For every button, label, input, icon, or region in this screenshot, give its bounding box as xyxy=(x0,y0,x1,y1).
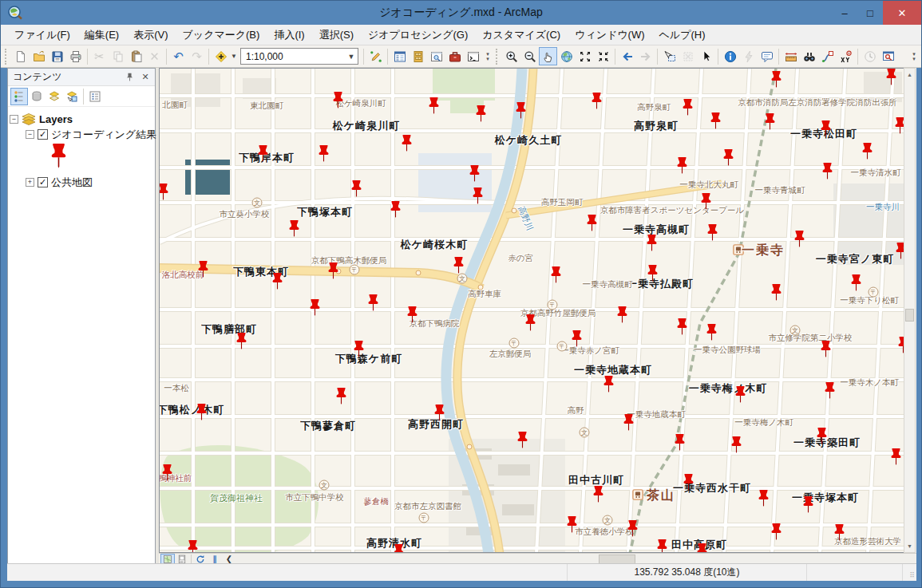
toolbar-grip[interactable] xyxy=(5,49,9,65)
tree-node-layers[interactable]: − Layers xyxy=(10,112,153,127)
menu-item-8[interactable]: ウィンドウ(W) xyxy=(568,26,651,45)
table-of-contents-button[interactable] xyxy=(390,47,409,65)
zoom-out-button[interactable] xyxy=(520,47,539,65)
map-scale-value: 1:10,000 xyxy=(246,51,283,62)
geocoded-pushpin xyxy=(593,486,603,503)
menu-item-4[interactable]: 挿入(I) xyxy=(267,26,311,45)
add-data-button[interactable] xyxy=(212,47,230,65)
menu-item-0[interactable]: ファイル(F) xyxy=(7,26,77,45)
close-button[interactable]: ✕ xyxy=(883,1,921,25)
layers-tree: − Layers − ✓ ジオコーディング結果 + ✓ 公共地図 xyxy=(8,107,155,564)
copy-button[interactable] xyxy=(109,47,127,65)
hyperlink-button[interactable] xyxy=(739,47,758,65)
expand-icon[interactable]: + xyxy=(26,178,34,187)
measure-button[interactable] xyxy=(782,47,800,65)
go-to-xy-button[interactable] xyxy=(837,47,855,65)
delete-icon: ✕ xyxy=(149,50,160,62)
back-icon xyxy=(621,50,634,63)
clear-selection-button[interactable] xyxy=(679,47,697,65)
map-label: 一乗寺公園野球場 xyxy=(694,345,761,356)
auto-hide-pin-icon[interactable] xyxy=(123,71,136,84)
select-elements-button[interactable] xyxy=(697,47,715,65)
html-popup-button[interactable] xyxy=(758,47,776,65)
scroll-down-icon[interactable]: ▼ xyxy=(904,540,915,552)
find-button[interactable] xyxy=(800,47,818,65)
menu-item-3[interactable]: ブックマーク(B) xyxy=(176,26,267,45)
open-button[interactable] xyxy=(30,47,48,65)
collapse-icon[interactable]: − xyxy=(10,115,18,124)
new-document-button[interactable] xyxy=(11,47,30,65)
map-viewport[interactable]: 松ケ崎泉川町松ケ崎久土町高野泉町一乗寺松田町下鴨岸本町下鴨塚本町松ケ崎桜木町一乗… xyxy=(159,68,904,553)
maximize-button[interactable]: □ xyxy=(857,1,883,25)
menu-item-6[interactable]: ジオプロセシング(G) xyxy=(361,26,475,45)
collapse-icon[interactable]: − xyxy=(26,130,34,139)
toolbar-overflow-button[interactable]: ▾▾ xyxy=(908,47,920,65)
layer-label[interactable]: 公共地図 xyxy=(51,176,93,190)
back-button[interactable] xyxy=(618,47,636,65)
zoom-in-button[interactable] xyxy=(502,47,520,65)
full-extent-button[interactable] xyxy=(557,47,576,65)
undo-button[interactable]: ↶ xyxy=(169,47,188,65)
menu-item-5[interactable]: 選択(S) xyxy=(312,26,361,45)
redo-button[interactable]: ↷ xyxy=(188,47,206,65)
catalog-button[interactable] xyxy=(409,47,427,65)
map-label: 一乗寺宮ノ東町 xyxy=(816,252,894,266)
vertical-scrollbar[interactable]: ▲ ▼ xyxy=(904,68,916,553)
layer-label[interactable]: ジオコーディング結果 xyxy=(51,128,156,142)
options-icon xyxy=(89,90,101,103)
save-button[interactable] xyxy=(48,47,66,65)
menu-item-9[interactable]: ヘルプ(H) xyxy=(652,26,713,45)
layer-visibility-checkbox[interactable]: ✓ xyxy=(38,129,48,140)
find-icon xyxy=(803,50,816,63)
menu-item-1[interactable]: 編集(E) xyxy=(77,26,126,45)
pan-button[interactable] xyxy=(539,47,557,65)
viewer-window-button[interactable] xyxy=(879,47,897,65)
forward-button[interactable] xyxy=(636,47,655,65)
map-label: 松ケ崎泉川町 xyxy=(333,119,400,133)
map-label: 京都造形芸術大学 xyxy=(834,536,901,547)
geocoded-pushpin xyxy=(707,224,718,242)
pan-icon xyxy=(542,50,555,63)
options-button[interactable] xyxy=(86,88,104,105)
find-route-button[interactable] xyxy=(818,47,837,65)
map-label: 文 xyxy=(319,480,330,491)
vertical-scrollbar-thumb[interactable] xyxy=(905,309,914,322)
cut-button[interactable]: ✂ xyxy=(90,47,109,65)
editor-button[interactable] xyxy=(366,47,385,65)
tree-node-public-map[interactable]: + ✓ 公共地図 xyxy=(10,175,153,190)
chevron-down-icon[interactable]: ▼ xyxy=(230,47,238,65)
arctoolbox-button[interactable] xyxy=(445,47,464,65)
print-button[interactable] xyxy=(66,47,85,65)
time-slider-button[interactable] xyxy=(861,47,879,65)
map-label: 高野泉町 xyxy=(634,119,679,133)
paste-button[interactable] xyxy=(127,47,145,65)
tree-node-geocoding-result[interactable]: − ✓ ジオコーディング結果 xyxy=(10,127,153,142)
list-by-source-button[interactable] xyxy=(28,88,46,105)
list-by-selection-button[interactable] xyxy=(63,88,81,105)
list-by-drawing-order-button[interactable] xyxy=(10,88,28,105)
menu-item-2[interactable]: 表示(V) xyxy=(126,26,175,45)
delete-button[interactable]: ✕ xyxy=(145,47,164,65)
layers-root-label[interactable]: Layers xyxy=(39,113,73,125)
menu-item-7[interactable]: カスタマイズ(C) xyxy=(475,26,568,45)
chevron-down-icon[interactable]: ▼ xyxy=(345,53,358,61)
toolbar-grip[interactable] xyxy=(496,49,500,65)
resize-grip[interactable]: ⠿ xyxy=(902,564,916,581)
list-by-visibility-button[interactable] xyxy=(46,88,63,105)
map-label: 一乗寺青城町 xyxy=(755,185,805,196)
geocoded-pushpin xyxy=(603,376,614,393)
layer-visibility-checkbox[interactable]: ✓ xyxy=(38,177,48,187)
close-panel-icon[interactable]: ✕ xyxy=(139,71,152,84)
python-window-button[interactable] xyxy=(464,47,482,65)
minimize-button[interactable]: – xyxy=(832,1,857,25)
python-window-icon xyxy=(467,50,480,63)
search-button[interactable] xyxy=(427,47,445,65)
toolbar-overflow-button[interactable]: ▾▾ xyxy=(482,47,493,65)
identify-button[interactable] xyxy=(721,47,739,65)
map-label: 一乗寺築田町 xyxy=(793,436,861,450)
select-features-button[interactable] xyxy=(660,47,679,65)
fixed-zoom-in-button[interactable] xyxy=(576,47,594,65)
scroll-up-icon[interactable]: ▲ xyxy=(904,69,915,81)
map-scale-combo[interactable]: 1:10,000▼ xyxy=(240,48,358,65)
fixed-zoom-out-button[interactable] xyxy=(594,47,612,65)
